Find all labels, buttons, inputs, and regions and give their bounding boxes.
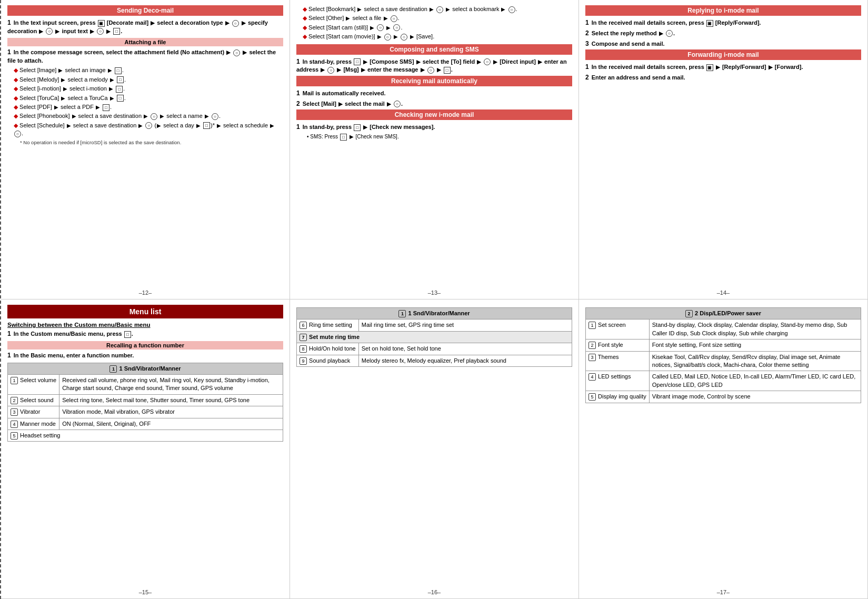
table-row: 5 Display img quality Vibrant image mode… bbox=[586, 391, 861, 403]
camera-icon: ▣ bbox=[98, 20, 105, 27]
table-val-dispqual: Vibrant image mode, Control by scene bbox=[649, 391, 861, 403]
table-key-setscreen: 1 Set screen bbox=[586, 320, 650, 340]
table-row: 2 Font style Font style setting, Font si… bbox=[586, 340, 861, 351]
fwd-step1: 1 In the received mail details screen, p… bbox=[585, 63, 861, 72]
table-key-vib: 3 Vibrator bbox=[8, 406, 59, 418]
center-btn: ○ bbox=[232, 20, 239, 27]
page-num-17: –17– bbox=[585, 589, 861, 595]
icon-rpl: ▣ bbox=[706, 20, 713, 27]
icon-fwd: ▣ bbox=[706, 64, 713, 71]
table-val-volume: Received call volume, phone ring vol, Ma… bbox=[59, 374, 283, 394]
icon-addr: ○ bbox=[327, 67, 334, 74]
table-row: 4 Manner mode ON (Normal, Silent, Origin… bbox=[8, 418, 283, 430]
table-row: 6 Ring time setting Mail ring time set, … bbox=[297, 320, 572, 331]
icon-to: ○ bbox=[484, 58, 491, 65]
table-val-fontstyle: Font style setting, Font size setting bbox=[649, 340, 861, 351]
icon-mail-sel: ○ bbox=[394, 101, 401, 107]
icon-send: □ bbox=[444, 67, 451, 74]
table-val-led: Called LED, Mail LED, Notice LED, In-cal… bbox=[649, 371, 861, 391]
icon-rmethod: ○ bbox=[666, 30, 673, 37]
table-key-soundpb: 9 Sound playback bbox=[297, 355, 359, 366]
icon-check: □ bbox=[354, 124, 361, 131]
table-key-dispqual: 5 Display img quality bbox=[586, 391, 650, 403]
table-key-manner: 4 Manner mode bbox=[8, 418, 59, 430]
forward-imode-header: Forwarding i-mode mail bbox=[585, 49, 861, 60]
bullet-image: Select [Image] ▶ select an image ▶ □. bbox=[14, 66, 283, 74]
table-key-led: 4 LED settings bbox=[586, 371, 650, 391]
table-val-themes: Kisekae Tool, Call/Rcv display, Send/Rcv… bbox=[649, 351, 861, 371]
icon-mail-btn: □ bbox=[354, 58, 361, 65]
table-val-sound: Select ring tone, Select mail tone, Shut… bbox=[59, 394, 283, 406]
center-btn2: ○ bbox=[46, 28, 53, 35]
table-key-fontstyle: 2 Font style bbox=[586, 340, 650, 351]
icon-sc-mov2: ○ bbox=[401, 34, 407, 41]
page-num-14: –14– bbox=[585, 289, 861, 296]
bullet-bookmark: Select [Bookmark] ▶ select a save destin… bbox=[303, 5, 572, 13]
page-15: Menu list Switching between the Custom m… bbox=[1, 300, 290, 599]
table-row: 5 Headset setting bbox=[8, 430, 283, 441]
table-key-ringtime: 6 Ring time setting bbox=[297, 320, 359, 331]
icon-sc2: □ bbox=[203, 122, 210, 129]
composing-sms-header: Composing and sending SMS bbox=[296, 44, 572, 55]
icon-pb2: ○ bbox=[212, 113, 218, 120]
disp-led-table-17: 2 2 Disp/LED/Power saver 1 Set screen St… bbox=[585, 307, 861, 403]
recall-func-header: Recalling a function number bbox=[7, 341, 283, 350]
icon-bm: ○ bbox=[436, 6, 443, 13]
icon-pdf: □ bbox=[103, 104, 109, 111]
page-num-12: –12– bbox=[7, 289, 283, 296]
bullet-other: Select [Other] ▶ select a file ▶ ○. bbox=[303, 14, 572, 22]
table-row: 2 Select sound Select ring tone, Select … bbox=[8, 394, 283, 406]
menu-list-header: Menu list bbox=[7, 305, 283, 318]
sms-step1: 1 In stand-by, press □ ▶ [Compose SMS] ▶… bbox=[296, 57, 572, 74]
recv-step1: 1 Mail is automatically received. bbox=[296, 89, 572, 98]
bullet-phonebook: Select [Phonebook] ▶ select a save desti… bbox=[14, 112, 283, 120]
check-sms-sub: SMS: Press □ ▶ [Check new SMS]. bbox=[307, 133, 572, 141]
table16-header: 1 1 Snd/Vibrator/Manner bbox=[297, 308, 572, 320]
page-14: Replying to i-mode mail 1 In the receive… bbox=[579, 0, 868, 300]
bullet-schedule: Select [Schedule] ▶ select a save destin… bbox=[14, 122, 283, 138]
page-num-16: –16– bbox=[296, 589, 572, 595]
table-key-sound: 2 Select sound bbox=[8, 394, 59, 406]
table17-header: 2 2 Disp/LED/Power saver bbox=[586, 308, 861, 320]
bullet-melody: Select [Melody] ▶ select a melody ▶ □. bbox=[14, 76, 283, 84]
reply-step3: 3 Compose and send a mail. bbox=[585, 39, 861, 48]
step-1: 1 In the text input screen, press ▣ [Dec… bbox=[7, 18, 283, 35]
icon-im: □ bbox=[116, 86, 123, 93]
table-key-hold: 8 Hold/On hold tone bbox=[297, 343, 359, 355]
icon-sc-still2: ○ bbox=[393, 24, 400, 31]
bullet-toruca: Select [ToruCa] ▶ select a ToruCa ▶ □. bbox=[14, 94, 283, 102]
icon-tc: □ bbox=[117, 95, 124, 102]
table-val-ringtime: Mail ring time set, GPS ring time set bbox=[358, 320, 572, 331]
checking-mail-header: Checking new i-mode mail bbox=[296, 109, 572, 120]
table-val-soundpb: Melody stereo fx, Melody equalizer, Pref… bbox=[358, 355, 572, 366]
bullet-startcam-movie: Select [Start cam (movie)] ▶ ○ ▶ ○ ▶ [Sa… bbox=[303, 33, 572, 41]
page-12: Sending Deco-mail 1 In the text input sc… bbox=[1, 0, 290, 300]
switch-step1: 1 In the Custom menu/Basic menu, press □… bbox=[7, 330, 283, 338]
table-mutering: 7 Set mute ring time bbox=[297, 331, 572, 343]
page-num-15: –15– bbox=[7, 589, 283, 595]
page-16: 1 1 Snd/Vibrator/Manner 6 Ring time sett… bbox=[290, 300, 579, 599]
recall-step1: 1 In the Basic menu, enter a function nu… bbox=[7, 351, 283, 360]
table-row: 3 Vibrator Vibration mode, Mail vibratio… bbox=[8, 406, 283, 418]
bullet-imotion: Select [i-motion] ▶ select i-motion ▶ □. bbox=[14, 85, 283, 93]
table-headset: 5 Headset setting bbox=[8, 430, 283, 441]
attaching-file-header: Attaching a file bbox=[7, 38, 283, 46]
switch-menu-title: Switching between the Custom menu/Basic … bbox=[7, 322, 283, 328]
sending-deco-mail-header: Sending Deco-mail bbox=[7, 5, 283, 16]
receiving-auto-header: Receiving mail automatically bbox=[296, 76, 572, 86]
table-row: 7 Set mute ring time bbox=[297, 331, 572, 343]
table-row: 3 Themes Kisekae Tool, Call/Rcv display,… bbox=[586, 351, 861, 371]
bullet-pdf: Select [PDF] ▶ select a PDF ▶ □. bbox=[14, 103, 283, 111]
icon-img1: □ bbox=[115, 67, 122, 74]
icon-sc: ○ bbox=[145, 122, 152, 129]
icon-sc-still: ○ bbox=[377, 24, 384, 31]
icon-sc-mov: ○ bbox=[384, 34, 391, 41]
icon-sc3: ○ bbox=[14, 131, 21, 137]
snd-vibrator-table-15: 1 1 Snd/Vibrator/Manner 1 Select volume … bbox=[7, 363, 283, 442]
footnote-microsd: * No operation is needed if [microSD] is… bbox=[20, 139, 283, 146]
icon-oth: ○ bbox=[391, 15, 397, 22]
reply-step1: 1 In the received mail details screen, p… bbox=[585, 18, 861, 27]
page-13: Select [Bookmark] ▶ select a save destin… bbox=[290, 0, 579, 300]
snd-vibrator-table-16: 1 1 Snd/Vibrator/Manner 6 Ring time sett… bbox=[296, 307, 572, 367]
fwd-step2: 2 Enter an address and send a mail. bbox=[585, 73, 861, 82]
